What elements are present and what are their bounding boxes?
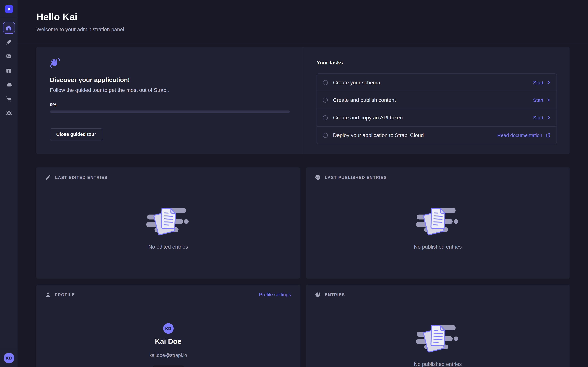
- tasks-section: Your tasks Create your schema Start: [303, 47, 570, 154]
- pencil-icon: [45, 175, 51, 180]
- task-label: Create and publish content: [333, 97, 533, 103]
- page-subtitle: Welcome to your administration panel: [36, 26, 570, 32]
- sidebar-item-content-manager[interactable]: [3, 36, 15, 48]
- sidebar-item-cloud[interactable]: [3, 79, 15, 91]
- content-area: Discover your application! Follow the gu…: [36, 47, 570, 367]
- task-action-label: Start: [533, 80, 543, 85]
- guided-tour-card: Discover your application! Follow the gu…: [36, 47, 570, 154]
- strapi-admin-homepage: KD Hello Kai Welcome to your administrat…: [0, 0, 588, 367]
- widgets-grid: LAST EDITED ENTRIES No edited entries LA…: [36, 167, 570, 367]
- last-edited-entries-card: LAST EDITED ENTRIES No edited entries: [36, 167, 300, 279]
- user-avatar[interactable]: KD: [4, 353, 14, 363]
- sidebar-nav: [0, 18, 18, 119]
- progress-percentage: 0%: [50, 102, 56, 108]
- card-header: LAST EDITED ENTRIES: [45, 175, 291, 180]
- card-title: PROFILE: [55, 292, 75, 297]
- sidebar-item-home[interactable]: [3, 22, 15, 33]
- page-header: Hello Kai Welcome to your administration…: [18, 0, 588, 32]
- card-title: LAST PUBLISHED ENTRIES: [325, 175, 387, 180]
- sidebar-item-media-library[interactable]: [3, 50, 15, 62]
- profile-name: Kai Doe: [36, 337, 300, 346]
- card-header: LAST PUBLISHED ENTRIES: [315, 175, 561, 180]
- task-label: Deploy your application to Strapi Cloud: [333, 132, 497, 138]
- task-status-circle: [323, 115, 328, 120]
- check-circle-icon: [315, 175, 321, 180]
- card-header: PROFILE Profile settings: [45, 292, 291, 297]
- profile-email: kai.doe@strapi.io: [36, 352, 300, 358]
- task-row[interactable]: Create and copy an API token Start: [317, 109, 556, 126]
- guided-tour-subtitle: Follow the guided tour to get the most o…: [50, 87, 169, 93]
- guided-tour-section: Discover your application! Follow the gu…: [36, 47, 303, 154]
- task-start-link[interactable]: Start: [533, 97, 551, 103]
- page-title: Hello Kai: [36, 11, 570, 23]
- task-row[interactable]: Create your schema Start: [317, 74, 556, 91]
- task-label: Create your schema: [333, 79, 533, 85]
- task-start-link[interactable]: Start: [533, 115, 551, 120]
- task-action-label: Start: [533, 115, 543, 120]
- profile-settings-link[interactable]: Profile settings: [259, 292, 291, 297]
- close-guided-tour-button[interactable]: Close guided tour: [50, 129, 102, 141]
- settings-gear-icon: [5, 110, 12, 117]
- content-manager-feather-icon: [6, 39, 12, 45]
- waving-hand-icon: [50, 58, 60, 69]
- sidebar-footer: KD: [0, 349, 18, 367]
- profile-card: PROFILE Profile settings KD Kai Doe kai.…: [36, 285, 300, 367]
- entries-card: ENTRIES No published entries: [306, 285, 570, 367]
- sidebar-item-content-type-builder[interactable]: [3, 64, 15, 76]
- cloud-icon: [5, 81, 12, 88]
- task-start-link[interactable]: Start: [533, 80, 551, 85]
- home-icon: [6, 25, 12, 31]
- sidebar-item-marketplace[interactable]: [3, 93, 15, 105]
- main-content: Hello Kai Welcome to your administration…: [18, 0, 588, 367]
- header-divider: [18, 44, 588, 44]
- tasks-title: Your tasks: [317, 59, 557, 66]
- task-list: Create your schema Start Create and publ…: [317, 73, 557, 144]
- task-row[interactable]: Deploy your application to Strapi Cloud …: [317, 126, 556, 144]
- progress-bar: [50, 110, 290, 113]
- logo-container: [0, 0, 18, 18]
- task-status-circle: [323, 133, 328, 138]
- last-published-entries-card: LAST PUBLISHED ENTRIES No published entr…: [306, 167, 570, 279]
- marketplace-cart-icon: [6, 96, 12, 102]
- empty-state-text: No published entries: [306, 361, 570, 367]
- sidebar: KD: [0, 0, 18, 367]
- chevron-right-icon: [547, 81, 550, 84]
- user-icon: [45, 292, 51, 297]
- chevron-right-icon: [547, 116, 550, 119]
- guided-tour-title: Discover your application!: [50, 76, 130, 84]
- chevron-right-icon: [547, 98, 550, 102]
- empty-state-text: No published entries: [306, 244, 570, 250]
- task-status-circle: [323, 98, 328, 102]
- strapi-logo-icon: [6, 6, 11, 11]
- content-type-builder-icon: [6, 67, 12, 74]
- task-action-label: Start: [533, 97, 543, 103]
- task-read-documentation-link[interactable]: Read documentation: [497, 133, 550, 138]
- empty-documents-illustration: [146, 204, 190, 238]
- role-badge: [153, 366, 184, 367]
- sidebar-item-settings[interactable]: [3, 107, 15, 119]
- task-action-label: Read documentation: [497, 133, 542, 138]
- empty-documents-illustration: [416, 204, 460, 238]
- card-title: LAST EDITED ENTRIES: [55, 175, 107, 180]
- strapi-logo[interactable]: [5, 5, 13, 13]
- task-row[interactable]: Create and publish content Start: [317, 91, 556, 109]
- card-header: ENTRIES: [315, 292, 561, 297]
- pie-chart-icon: [315, 292, 321, 297]
- profile-avatar: KD: [163, 323, 173, 334]
- card-title: ENTRIES: [325, 292, 345, 297]
- external-link-icon: [546, 133, 551, 138]
- media-library-icon: [6, 53, 12, 59]
- empty-state-text: No edited entries: [36, 244, 300, 250]
- task-label: Create and copy an API token: [333, 115, 533, 121]
- empty-documents-illustration: [416, 321, 460, 356]
- task-status-circle: [323, 80, 328, 85]
